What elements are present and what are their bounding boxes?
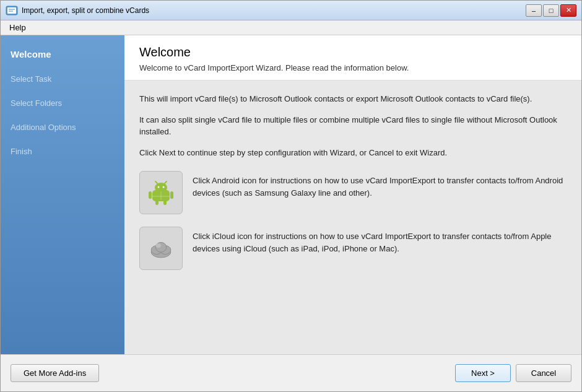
get-addins-button[interactable]: Get More Add-ins (11, 364, 99, 382)
close-button[interactable]: ✕ (560, 4, 576, 17)
svg-line-9 (165, 181, 167, 183)
body-paragraph-3: Click Next to continue step by step conf… (139, 147, 567, 159)
content-area: Welcome Welcome to vCard ImportExport Wi… (124, 35, 581, 354)
next-button[interactable]: Next > (455, 364, 511, 382)
app-icon (6, 4, 18, 17)
icloud-row: Click iCloud icon for instructions on ho… (139, 227, 567, 270)
minimize-button[interactable]: – (526, 4, 542, 17)
svg-rect-10 (149, 191, 152, 199)
android-description: Click Android icon for instructions on h… (193, 171, 567, 199)
page-title: Welcome (139, 45, 567, 59)
title-bar: Import, export, split or combine vCards … (1, 1, 581, 20)
svg-rect-11 (170, 191, 173, 199)
svg-rect-12 (155, 200, 159, 205)
icloud-description: Click iCloud icon for instructions on ho… (193, 227, 567, 255)
svg-rect-13 (163, 200, 167, 205)
svg-line-8 (155, 181, 157, 183)
body-paragraph-1: This will import vCard file(s) to Micros… (139, 93, 567, 105)
footer: Get More Add-ins Next > Cancel (1, 354, 581, 391)
sidebar-item-finish[interactable]: Finish (1, 139, 124, 163)
footer-right: Next > Cancel (455, 364, 571, 382)
cancel-button[interactable]: Cancel (516, 364, 571, 382)
sidebar-item-select-task[interactable]: Select Task (1, 67, 124, 91)
sidebar: Welcome Select Task Select Folders Addit… (1, 35, 124, 354)
app-window: Import, export, split or combine vCards … (0, 0, 582, 392)
window-title: Import, export, split or combine vCards (22, 6, 526, 15)
footer-left: Get More Add-ins (11, 364, 455, 382)
icloud-icon-button[interactable] (139, 227, 183, 270)
svg-point-5 (155, 183, 167, 193)
android-row: Click Android icon for instructions on h… (139, 171, 567, 214)
svg-point-7 (163, 186, 165, 188)
maximize-button[interactable]: □ (543, 4, 559, 17)
svg-point-20 (155, 243, 161, 248)
svg-rect-1 (7, 7, 16, 14)
content-header: Welcome Welcome to vCard ImportExport Wi… (124, 35, 581, 81)
main-content: Welcome Select Task Select Folders Addit… (1, 35, 581, 354)
sidebar-item-welcome[interactable]: Welcome (1, 41, 124, 67)
window-controls: – □ ✕ (526, 4, 576, 17)
content-body: This will import vCard file(s) to Micros… (124, 81, 581, 354)
svg-point-6 (158, 186, 160, 188)
menu-item-help[interactable]: Help (3, 22, 32, 33)
menu-bar: Help (1, 20, 581, 35)
sidebar-item-additional-options[interactable]: Additional Options (1, 115, 124, 139)
page-subtitle: Welcome to vCard ImportExport Wizard. Pl… (139, 63, 567, 72)
body-paragraph-2: It can also split single vCard file to m… (139, 114, 567, 138)
android-icon-button[interactable] (139, 171, 183, 214)
sidebar-item-select-folders[interactable]: Select Folders (1, 91, 124, 115)
